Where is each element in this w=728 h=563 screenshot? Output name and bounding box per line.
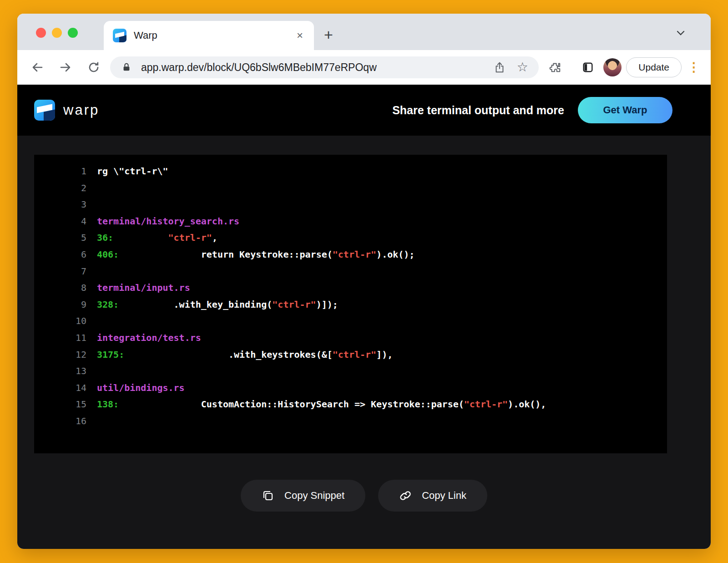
code-line: 13 [34, 363, 667, 380]
warp-page: warp Share terminal output and more Get … [17, 85, 711, 549]
code-line: 1rg \"ctrl-r\" [34, 163, 667, 180]
browser-window: Warp × + app.warp.dev/block/UQ6bSlw6MBeb… [17, 14, 711, 549]
browser-menu-kebab-icon[interactable]: ⋮ [686, 61, 702, 74]
side-panel-icon[interactable] [577, 56, 599, 78]
code-line: 3 [34, 196, 667, 213]
get-warp-button[interactable]: Get Warp [578, 97, 672, 123]
update-button[interactable]: Update [626, 57, 682, 77]
tab-title: Warp [134, 30, 295, 41]
toolbar-right-cluster: Update ⋮ [544, 56, 702, 78]
code-line: 8terminal/input.rs [34, 279, 667, 296]
code-line: 4terminal/history_search.rs [34, 213, 667, 230]
page-tagline: Share terminal output and more [392, 104, 564, 117]
tab-search-chevron-icon[interactable] [675, 27, 686, 38]
tab-strip: Warp × + [17, 14, 711, 50]
code-line: 16 [34, 413, 667, 430]
bookmark-star-icon[interactable]: ☆ [514, 59, 531, 76]
code-line: 7 [34, 263, 667, 280]
copy-link-label: Copy Link [422, 490, 466, 502]
code-line: 6406: return Keystroke::parse("ctrl-r").… [34, 246, 667, 263]
copy-icon [262, 489, 274, 502]
url-text[interactable]: app.warp.dev/block/UQ6bSlw6MBebIM77eRPOq… [141, 61, 485, 74]
profile-avatar[interactable] [603, 58, 622, 76]
tab-warp[interactable]: Warp × [104, 21, 314, 50]
code-line: 536: "ctrl-r", [34, 229, 667, 246]
tab-close-icon[interactable]: × [295, 28, 305, 43]
browser-toolbar: app.warp.dev/block/UQ6bSlw6MBebIM77eRPOq… [17, 50, 711, 85]
page-header: warp Share terminal output and more Get … [17, 85, 711, 136]
warp-logo[interactable]: warp [34, 100, 99, 121]
code-line: 14util/bindings.rs [34, 380, 667, 396]
forward-button[interactable] [55, 56, 76, 78]
address-bar[interactable]: app.warp.dev/block/UQ6bSlw6MBebIM77eRPOq… [110, 56, 539, 78]
warp-wordmark: warp [63, 102, 99, 118]
code-line: 2 [34, 180, 667, 197]
window-minimize-button[interactable] [52, 28, 62, 38]
code-lines: 1rg \"ctrl-r\"234terminal/history_search… [34, 163, 667, 430]
copy-snippet-label: Copy Snippet [284, 490, 344, 502]
warp-logo-icon [34, 100, 55, 121]
lock-icon[interactable] [118, 59, 135, 76]
warp-favicon-icon [113, 29, 126, 42]
copy-snippet-button[interactable]: Copy Snippet [241, 480, 365, 512]
action-buttons: Copy Snippet Copy Link [17, 480, 711, 512]
code-line: 10 [34, 313, 667, 330]
reload-button[interactable] [83, 56, 105, 78]
window-close-button[interactable] [36, 28, 46, 38]
terminal-output-block: 1rg \"ctrl-r\"234terminal/history_search… [34, 155, 667, 453]
link-icon [399, 489, 412, 502]
window-zoom-button[interactable] [68, 28, 78, 38]
code-line: 123175: .with_keystrokes(&["ctrl-r"]), [34, 346, 667, 363]
share-icon[interactable] [491, 59, 508, 76]
window-controls [36, 28, 78, 38]
back-button[interactable] [26, 56, 48, 78]
code-line: 11integration/test.rs [34, 330, 667, 346]
new-tab-button[interactable]: + [318, 25, 339, 45]
code-line: 9328: .with_key_binding("ctrl-r")]); [34, 296, 667, 313]
code-line: 15138: CustomAction::HistorySearch => Ke… [34, 396, 667, 413]
copy-link-button[interactable]: Copy Link [378, 480, 487, 512]
extensions-puzzle-icon[interactable] [544, 56, 566, 78]
